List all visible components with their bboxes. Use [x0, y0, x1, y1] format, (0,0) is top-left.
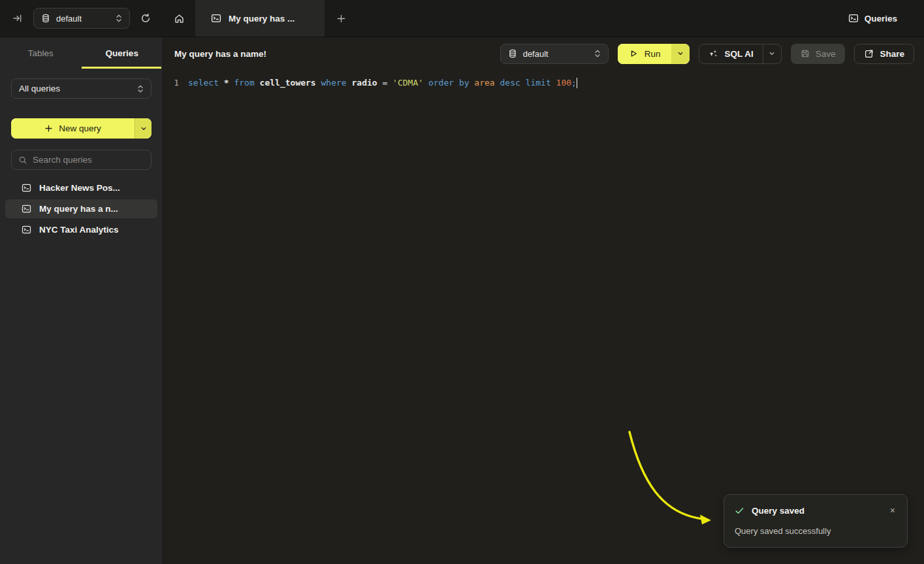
tab-tables[interactable]: Tables: [0, 37, 82, 69]
sql-token-number: 100: [556, 78, 571, 88]
sql-token-plain: =: [377, 78, 392, 88]
new-query-button[interactable]: New query: [11, 118, 151, 139]
sql-token-keyword: select: [188, 78, 219, 88]
check-icon: [735, 506, 744, 516]
topbar-left-toolbar: default: [0, 0, 163, 37]
tab-queries[interactable]: Queries: [82, 37, 163, 69]
tab-strip: My query has ...: [163, 0, 821, 37]
sql-code: select * from cell_towers where radio = …: [179, 76, 577, 90]
sql-token-keyword: desc: [500, 78, 520, 88]
toast-close-button[interactable]: ×: [889, 505, 897, 516]
toast-message: Query saved successfully: [735, 526, 897, 536]
header-database-select[interactable]: default: [500, 44, 609, 64]
sql-token-keyword: order: [428, 78, 454, 88]
sql-token-keyword: from: [234, 78, 254, 88]
body-row: Tables Queries All queries: [0, 37, 924, 564]
sql-token-plain: [551, 78, 556, 88]
search-queries-input[interactable]: [33, 155, 148, 165]
sql-token-plain: [316, 78, 321, 88]
sql-ai-main[interactable]: SQL AI: [699, 44, 762, 63]
new-query-label: New query: [59, 124, 101, 133]
sql-token-keyword: by: [459, 78, 470, 88]
toast-header: Query saved ×: [735, 505, 897, 516]
queries-label: Queries: [865, 14, 897, 24]
topbar-database-select[interactable]: default: [33, 8, 130, 29]
header-database-value: default: [523, 49, 588, 59]
sql-token-plain: [423, 78, 428, 88]
topbar-database-value: default: [56, 14, 110, 24]
home-button[interactable]: [163, 0, 195, 37]
new-tab-button[interactable]: [325, 0, 357, 37]
share-label: Share: [880, 49, 904, 59]
sql-token-keyword: where: [321, 78, 347, 88]
share-icon: [864, 49, 874, 59]
sql-editor[interactable]: 1 select * from cell_towers where radio …: [163, 70, 924, 564]
save-icon: [801, 49, 810, 58]
terminal-icon: [22, 204, 31, 214]
database-icon: [41, 14, 50, 23]
chevron-down-icon: [677, 50, 684, 57]
toast-title: Query saved: [752, 506, 882, 516]
chevron-down-icon: [769, 50, 775, 57]
sql-token-ident: radio: [351, 78, 377, 88]
query-list-item[interactable]: Hacker News Pos...: [5, 178, 157, 197]
chevron-down-icon: [140, 125, 147, 132]
sql-ai-label: SQL AI: [724, 49, 753, 59]
topbar-queries-indicator[interactable]: Queries: [821, 0, 924, 37]
search-queries-box: [11, 150, 151, 170]
sql-ai-button[interactable]: SQL AI: [699, 44, 781, 64]
refresh-button[interactable]: [136, 9, 155, 27]
sidebar-content: All queries New query: [0, 69, 163, 170]
sidebar: Tables Queries All queries: [0, 37, 163, 564]
text-cursor: [577, 78, 578, 88]
terminal-icon: [22, 183, 31, 193]
sparkles-icon: [709, 49, 718, 59]
plus-icon: [336, 14, 346, 24]
sql-token-plain: [520, 78, 526, 88]
save-button[interactable]: Save: [791, 44, 846, 64]
sql-token-semi: ;: [571, 78, 577, 88]
database-icon: [508, 49, 517, 58]
refresh-icon: [140, 13, 151, 24]
run-dropdown[interactable]: [671, 44, 690, 64]
run-label: Run: [645, 49, 661, 59]
query-header: My query has a name! default: [163, 37, 924, 70]
top-bar: default: [0, 0, 924, 37]
sql-token-ident: *: [224, 78, 229, 88]
sidebar-tabs: Tables Queries: [0, 37, 163, 69]
sql-token-plain: [255, 78, 260, 88]
tab-tables-label: Tables: [28, 48, 54, 58]
collapse-sidebar-button[interactable]: [8, 9, 27, 27]
query-list-item-selected[interactable]: My query has a n...: [5, 199, 157, 218]
tab-label: My query has ...: [229, 14, 295, 24]
sql-token-string: 'CDMA': [392, 78, 423, 88]
sql-token-plain: [454, 78, 459, 88]
all-queries-select[interactable]: All queries: [11, 78, 151, 99]
query-item-label: Hacker News Pos...: [39, 183, 120, 193]
toast-query-saved: Query saved × Query saved successfully: [724, 494, 908, 548]
query-list: Hacker News Pos... My query has a n... N…: [0, 178, 163, 239]
sql-token-plain: [495, 78, 500, 88]
sql-ai-dropdown[interactable]: [763, 44, 781, 63]
plus-icon: [44, 124, 53, 133]
tab-queries-label: Queries: [106, 48, 138, 58]
line-number: 1: [163, 76, 179, 90]
query-item-label: My query has a n...: [39, 204, 118, 214]
search-icon: [18, 156, 27, 165]
sql-token-ident: cell_towers: [260, 78, 316, 88]
run-button[interactable]: Run: [618, 44, 690, 64]
main-area: My query has a name! default: [163, 37, 924, 564]
query-list-item[interactable]: NYC Taxi Analytics: [5, 220, 157, 239]
new-query-dropdown[interactable]: [135, 118, 151, 139]
queries-terminal-icon: [848, 13, 859, 24]
chevron-up-down-icon: [116, 14, 122, 23]
save-label: Save: [816, 49, 836, 59]
play-icon: [629, 49, 638, 58]
query-title[interactable]: My query has a name!: [174, 49, 266, 59]
share-button[interactable]: Share: [854, 44, 914, 64]
run-button-main[interactable]: Run: [618, 44, 672, 64]
terminal-icon: [211, 13, 221, 24]
new-query-main[interactable]: New query: [11, 118, 135, 139]
tab-my-query[interactable]: My query has ...: [195, 0, 325, 37]
terminal-icon: [22, 225, 31, 235]
